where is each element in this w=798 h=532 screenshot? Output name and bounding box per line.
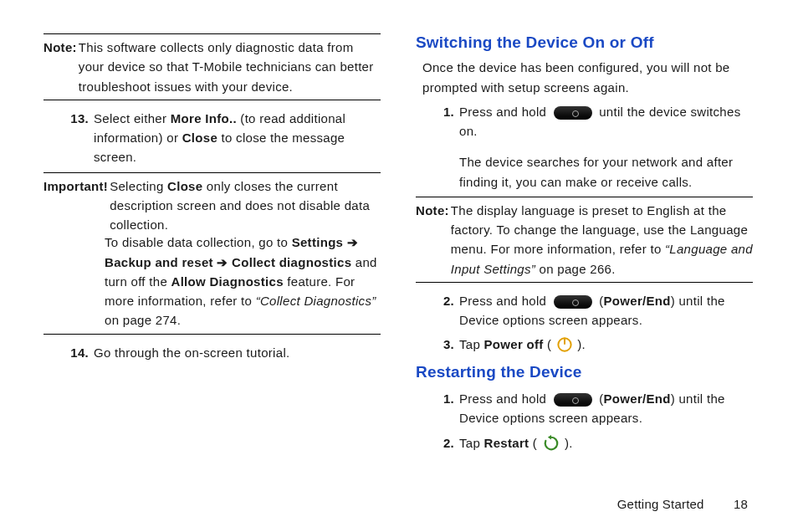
t: “Collect Diagnostics” [256,294,376,308]
t: Restart [484,436,529,450]
step-text: Press and hold until the device switches… [459,102,753,192]
switch-step-2: 2. Press and hold (Power/End) until the … [432,291,753,330]
power-key-icon [554,295,592,309]
t: Press and hold [459,105,550,119]
step-subtext: The device searches for your network and… [459,152,753,192]
rule [416,197,753,197]
t: Select either [94,111,171,125]
heading-switching: Switching the Device On or Off [416,30,753,54]
step-14: 14. Go through the on-screen tutorial. [67,343,381,362]
left-column: Note: This software collects only diagno… [43,28,381,480]
heading-restarting: Restarting the Device [416,360,753,384]
rule [43,100,381,100]
t: To disable data collection, go to [105,235,292,249]
t: Press and hold [459,391,550,406]
step-number: 2. [432,433,454,453]
rule [43,33,381,34]
step-number: 1. [432,102,454,192]
t: More Info.. [171,111,237,125]
t: Close [167,179,202,193]
restart-icon [543,435,560,452]
t: ( [596,391,604,406]
step-text: Tap Restart ( ). [459,433,753,453]
page-body: Note: This software collects only diagno… [0,0,798,480]
step-number: 13. [67,109,89,167]
t: ( [529,436,540,450]
switch-step-3: 3. Tap Power off ( ). [432,335,753,354]
t: Tap [459,436,484,450]
t: Press and hold [459,294,550,308]
rule [43,334,381,335]
rule [416,282,753,283]
t: ). [577,337,586,351]
t: on page 266. [535,262,616,276]
important-text: Selecting Close only closes the current … [110,176,381,235]
step-13: 13. Select either More Info.. (to read a… [67,109,381,167]
t: Power/End [604,294,671,308]
note-lead: Note: [416,201,449,279]
power-off-icon [557,337,572,352]
right-column: Switching the Device On or Off Once the … [416,28,753,480]
rule [43,172,381,173]
t: Allow Diagnostics [171,274,284,289]
power-key-icon [554,106,592,120]
note-block: Note: The display language is preset to … [416,201,753,279]
note-text: The display language is preset to Englis… [451,201,753,279]
note-text: This software collects only diagnostic d… [79,38,381,96]
power-key-icon [554,393,592,407]
step-number: 3. [432,335,454,354]
t: Power/End [604,391,671,406]
footer-section: Getting Started [617,497,704,511]
t: Close [182,130,217,145]
step-number: 14. [67,343,89,362]
note-lead: Note: [43,38,77,96]
important-block: Important! Selecting Close only closes t… [43,176,381,330]
footer-page-number: 18 [724,494,748,514]
step-text: Go through the on-screen tutorial. [94,343,381,362]
t: ). [565,436,573,450]
intro-text: Once the device has been configured, you… [422,58,753,97]
t: Selecting [110,179,167,193]
t: on page 274. [105,313,181,327]
important-lead: Important! [43,176,108,235]
step-number: 1. [432,389,454,428]
page-footer: Getting Started 18 [0,494,798,514]
step-text: Tap Power off ( ). [459,335,753,354]
restart-step-2: 2. Tap Restart ( ). [432,433,753,453]
t: Tap [459,337,484,351]
step-text: Select either More Info.. (to read addit… [94,109,381,167]
t: Power off [484,337,544,351]
important-cont: To disable data collection, go to Settin… [43,233,381,330]
step-text: Press and hold (Power/End) until the Dev… [459,389,753,428]
t: ( [544,337,555,351]
step-text: Press and hold (Power/End) until the Dev… [459,291,753,330]
switch-step-1: 1. Press and hold until the device switc… [432,102,753,192]
restart-step-1: 1. Press and hold (Power/End) until the … [432,389,753,428]
note-block: Note: This software collects only diagno… [43,38,381,96]
svg-marker-2 [548,435,551,439]
step-number: 2. [432,291,454,330]
t: ( [596,294,604,308]
